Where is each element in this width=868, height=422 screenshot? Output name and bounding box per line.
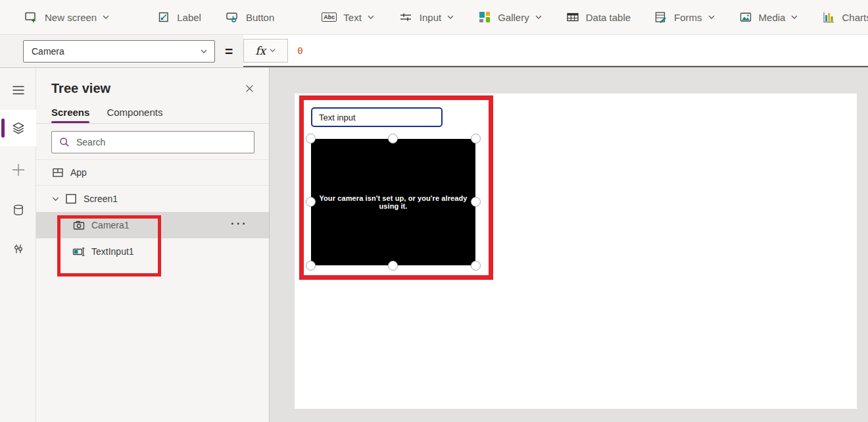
text-icon: Abc (322, 13, 337, 22)
textinput1-control[interactable]: Text input (311, 107, 443, 127)
app-icon (51, 166, 64, 179)
database-icon (12, 203, 25, 217)
powerapps-studio: New screen Label Button Abc Text (0, 0, 868, 422)
camera1-control[interactable]: Your camera isn't set up, or you're alre… (311, 139, 475, 265)
formula-area: fx 0 (243, 35, 868, 67)
tree-item-label: App (70, 167, 87, 178)
toolbar-item-label: Gallery (498, 12, 529, 23)
resize-handle-bottom-middle[interactable] (388, 261, 398, 271)
fx-label: fx (255, 44, 266, 57)
rail-item-data[interactable] (0, 194, 36, 226)
tree-item-app[interactable]: App (36, 159, 269, 186)
text-input-icon (72, 245, 85, 258)
chevron-down-icon (200, 47, 208, 55)
toolbar-item-label: Label (177, 12, 201, 23)
canvas-area: Text input Your camera isn't set up, or … (270, 68, 868, 422)
chevron-down-icon (367, 13, 375, 21)
screen1-artboard[interactable]: Text input Your camera isn't set up, or … (295, 93, 857, 409)
chevron-down-icon (102, 13, 110, 21)
left-rail (0, 68, 36, 422)
toolbar-item-input[interactable]: Input (398, 10, 454, 24)
tree-list: App Screen1 Camera1 ··· (36, 159, 269, 265)
main-area: Tree view Screens Components (0, 68, 868, 422)
panel-title: Tree view (51, 81, 110, 96)
property-selector[interactable]: Camera (23, 40, 215, 63)
chevron-down-icon (446, 13, 454, 21)
resize-handle-middle-left[interactable] (306, 197, 316, 207)
plus-icon (11, 163, 26, 177)
label-icon (157, 11, 170, 24)
chevron-down-icon (535, 13, 542, 21)
resize-handle-top-middle[interactable] (388, 134, 398, 144)
hamburger-icon (12, 84, 25, 97)
toolbar-item-label: New screen (45, 12, 97, 23)
toolbar-item-text[interactable]: Abc Text (322, 12, 375, 23)
tab-components[interactable]: Components (107, 107, 162, 123)
camera-icon (72, 219, 85, 232)
forms-icon (654, 11, 667, 24)
charts-icon (822, 11, 835, 24)
chevron-down-icon (708, 13, 715, 21)
search-input[interactable] (76, 137, 249, 147)
toolbar-item-forms[interactable]: Forms (654, 11, 715, 24)
insert-toolbar: New screen Label Button Abc Text (0, 0, 868, 35)
rail-item-insert[interactable] (0, 154, 36, 186)
resize-handle-top-right[interactable] (471, 134, 481, 144)
toolbar-item-label: Forms (674, 12, 702, 23)
fx-dropdown-button[interactable]: fx (243, 39, 288, 63)
equals-sign: = (225, 43, 233, 59)
tree-item-label: Screen1 (84, 194, 118, 204)
new-screen-icon (24, 10, 38, 24)
toolbar-item-label-control[interactable]: Label (157, 11, 201, 24)
chevron-down-icon (790, 13, 798, 21)
tree-item-camera1[interactable]: Camera1 ··· (36, 212, 269, 238)
chevron-down-icon[interactable] (51, 195, 60, 203)
media-icon (739, 11, 752, 24)
tree-view-panel: Tree view Screens Components (36, 68, 270, 422)
toolbar-item-label: Button (246, 12, 274, 23)
tree-search[interactable] (51, 131, 254, 153)
tree-view-tabs: Screens Components (36, 107, 269, 123)
toolbar-item-charts[interactable]: Charts (822, 11, 868, 24)
camera-message: Your camera isn't set up, or you're alre… (311, 194, 475, 210)
close-panel-button[interactable] (245, 84, 254, 93)
more-options-button[interactable]: ··· (231, 217, 248, 230)
tree-item-textinput1[interactable]: TextInput1 (36, 238, 269, 265)
input-icon (398, 10, 413, 24)
hamburger-menu-button[interactable] (0, 74, 36, 106)
button-icon (225, 10, 239, 24)
tab-screens[interactable]: Screens (51, 107, 89, 123)
gallery-icon (478, 11, 491, 24)
tree-item-label: Camera1 (91, 220, 130, 230)
resize-handle-top-left[interactable] (306, 134, 316, 144)
property-selector-value: Camera (32, 46, 200, 57)
screen-icon (64, 192, 78, 205)
toolbar-item-button-control[interactable]: Button (225, 10, 274, 24)
toolbar-item-gallery[interactable]: Gallery (478, 11, 542, 24)
layers-icon (11, 121, 26, 136)
tabs-divider (36, 123, 269, 124)
tree-item-label: TextInput1 (91, 246, 134, 257)
formula-bar: Camera = fx 0 (0, 35, 868, 68)
toolbar-item-label: Media (759, 12, 786, 23)
rail-item-settings[interactable] (0, 233, 36, 265)
tools-icon (12, 242, 25, 255)
data-table-icon (566, 11, 579, 24)
resize-handle-bottom-right[interactable] (471, 261, 481, 271)
toolbar-item-data-table[interactable]: Data table (566, 11, 631, 24)
toolbar-item-label: Charts (842, 12, 868, 23)
resize-handle-bottom-left[interactable] (306, 261, 316, 271)
search-icon (59, 136, 70, 148)
rail-item-tree-view[interactable] (0, 110, 36, 146)
resize-handle-middle-right[interactable] (471, 197, 481, 207)
toolbar-item-media[interactable]: Media (739, 11, 799, 24)
formula-input[interactable]: 0 (288, 35, 868, 66)
toolbar-item-label: Text (343, 12, 362, 23)
tree-item-screen1[interactable]: Screen1 (36, 186, 269, 212)
toolbar-item-label: Input (420, 12, 441, 23)
toolbar-item-label: Data table (586, 12, 631, 23)
toolbar-item-new-screen[interactable]: New screen (24, 10, 110, 24)
chevron-down-icon (269, 47, 276, 54)
